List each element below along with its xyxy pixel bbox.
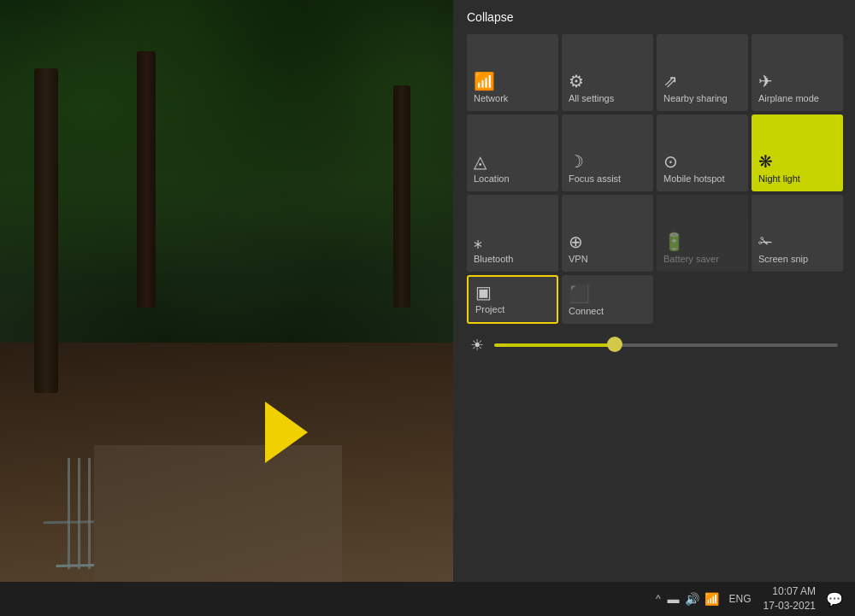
- tray-overflow-icon[interactable]: ^: [656, 593, 661, 605]
- tile-focus-assist[interactable]: ☽Focus assist: [562, 114, 653, 191]
- mobile-hotspot-icon: ⊙: [663, 153, 678, 170]
- mobile-hotspot-label: Mobile hotspot: [663, 173, 725, 185]
- notification-button[interactable]: 💬: [823, 587, 846, 611]
- bluetooth-label: Bluetooth: [474, 254, 513, 265]
- airplane-mode-label: Airplane mode: [758, 93, 819, 104]
- tile-network[interactable]: 📶Network: [467, 34, 558, 111]
- vpn-icon: ⊕: [569, 233, 583, 250]
- project-icon: ▣: [475, 284, 492, 301]
- battery-icon: ▬: [668, 592, 680, 606]
- network-icon: 📶: [474, 73, 495, 90]
- clock-time: 10:07 AM: [764, 584, 816, 599]
- brightness-fill: [494, 343, 615, 347]
- wifi-icon[interactable]: 📶: [705, 592, 719, 606]
- night-light-label: Night light: [758, 173, 800, 185]
- tile-project[interactable]: ▣Project: [467, 275, 558, 324]
- brightness-thumb[interactable]: [607, 337, 622, 352]
- system-tray-icons: ▬ 🔊 📶: [668, 592, 719, 606]
- night-light-icon: ❋: [758, 153, 773, 170]
- nearby-sharing-icon: ⇗: [663, 73, 678, 90]
- screen-snip-label: Screen snip: [758, 254, 808, 265]
- battery-saver-label: Battery saver: [663, 254, 719, 265]
- all-settings-icon: ⚙: [569, 73, 584, 90]
- forest-photo: [0, 0, 453, 616]
- location-label: Location: [474, 173, 510, 185]
- tile-screen-snip[interactable]: ✁Screen snip: [752, 195, 843, 272]
- project-label: Project: [475, 304, 504, 315]
- tile-mobile-hotspot[interactable]: ⊙Mobile hotspot: [657, 114, 748, 191]
- bluetooth-icon: ⁎: [474, 233, 482, 250]
- tile-nearby-sharing[interactable]: ⇗Nearby sharing: [657, 34, 748, 111]
- system-clock[interactable]: 10:07 AM 17-03-2021: [764, 584, 816, 613]
- quick-actions-grid: 📶Network⚙All settings⇗Nearby sharing✈Air…: [453, 34, 855, 324]
- screen-snip-icon: ✁: [758, 233, 773, 250]
- photo-area: [0, 0, 453, 616]
- brightness-slider[interactable]: [494, 343, 838, 347]
- nearby-sharing-label: Nearby sharing: [663, 93, 728, 104]
- tile-connect[interactable]: ⬛Connect: [562, 275, 653, 324]
- action-center-panel: Collapse 📶Network⚙All settings⇗Nearby sh…: [453, 0, 855, 616]
- tile-battery-saver[interactable]: 🔋Battery saver: [657, 195, 748, 272]
- tile-airplane-mode[interactable]: ✈Airplane mode: [752, 34, 843, 111]
- network-label: Network: [474, 93, 508, 104]
- tile-bluetooth[interactable]: ⁎Bluetooth: [467, 195, 558, 272]
- clock-date: 17-03-2021: [764, 599, 816, 613]
- connect-icon: ⬛: [569, 285, 590, 302]
- brightness-icon: ☀: [470, 336, 484, 355]
- vpn-label: VPN: [569, 254, 588, 265]
- location-icon: ◬: [474, 153, 486, 170]
- tile-location[interactable]: ◬Location: [467, 114, 558, 191]
- focus-assist-icon: ☽: [569, 153, 584, 170]
- taskbar: ^ ▬ 🔊 📶 ENG 10:07 AM 17-03-2021 💬: [0, 582, 855, 616]
- all-settings-label: All settings: [569, 93, 614, 104]
- airplane-mode-icon: ✈: [758, 73, 773, 90]
- language-label[interactable]: ENG: [729, 593, 752, 605]
- volume-icon[interactable]: 🔊: [685, 592, 699, 606]
- tile-vpn[interactable]: ⊕VPN: [562, 195, 653, 272]
- collapse-label[interactable]: Collapse: [467, 10, 513, 24]
- brightness-row: ☀: [453, 324, 855, 367]
- collapse-row: Collapse: [453, 0, 855, 31]
- connect-label: Connect: [569, 306, 604, 317]
- focus-assist-label: Focus assist: [569, 173, 621, 185]
- battery-saver-icon: 🔋: [663, 233, 685, 250]
- tile-all-settings[interactable]: ⚙All settings: [562, 34, 653, 111]
- tile-night-light[interactable]: ❋Night light: [752, 114, 843, 191]
